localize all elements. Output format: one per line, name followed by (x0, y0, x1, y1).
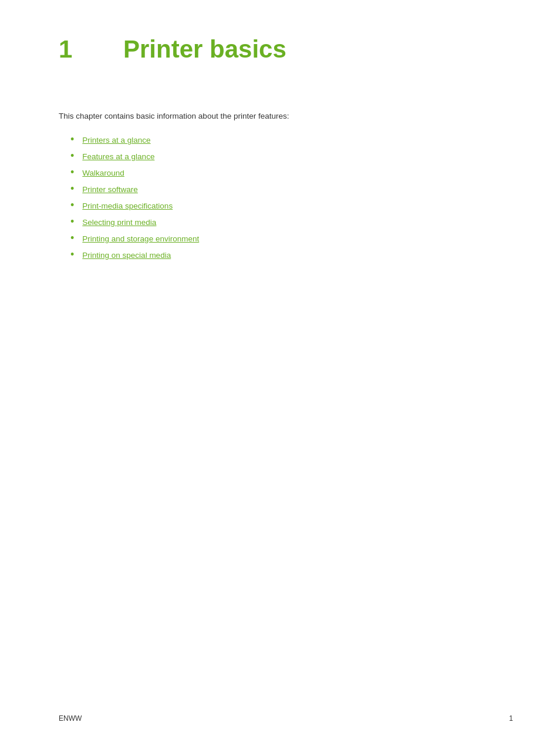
list-item: •Selecting print media (70, 216, 513, 227)
footer-left: ENWW (59, 714, 82, 723)
list-item: •Printers at a glance (70, 134, 513, 145)
bullet-icon: • (70, 150, 74, 161)
list-item: •Walkaround (70, 167, 513, 177)
chapter-header: 1 Printer basics (59, 35, 513, 63)
bullet-icon: • (70, 216, 74, 227)
intro-text: This chapter contains basic information … (59, 110, 513, 122)
toc-link-2[interactable]: Walkaround (82, 169, 124, 177)
toc-link-3[interactable]: Printer software (82, 185, 138, 194)
list-item: •Print-media specifications (70, 200, 513, 210)
list-item: •Printer software (70, 183, 513, 194)
toc-link-4[interactable]: Print-media specifications (82, 201, 173, 210)
list-item: •Printing on special media (70, 249, 513, 260)
bullet-icon: • (70, 134, 74, 145)
toc-link-6[interactable]: Printing and storage environment (82, 234, 199, 243)
toc-link-1[interactable]: Features at a glance (82, 152, 154, 161)
chapter-title: Printer basics (123, 35, 286, 63)
list-item: •Printing and storage environment (70, 233, 513, 243)
toc-link-7[interactable]: Printing on special media (82, 251, 171, 260)
chapter-number: 1 (59, 35, 94, 63)
bullet-icon: • (70, 233, 74, 243)
toc-link-5[interactable]: Selecting print media (82, 218, 156, 227)
bullet-icon: • (70, 200, 74, 210)
bullet-icon: • (70, 167, 74, 177)
bullet-icon: • (70, 249, 74, 260)
page-container: 1 Printer basics This chapter contains b… (0, 0, 560, 746)
page-footer: ENWW 1 (59, 714, 513, 723)
footer-right: 1 (509, 714, 513, 723)
bullet-icon: • (70, 183, 74, 194)
list-item: •Features at a glance (70, 150, 513, 161)
toc-list: •Printers at a glance•Features at a glan… (70, 134, 513, 260)
toc-link-0[interactable]: Printers at a glance (82, 136, 150, 145)
